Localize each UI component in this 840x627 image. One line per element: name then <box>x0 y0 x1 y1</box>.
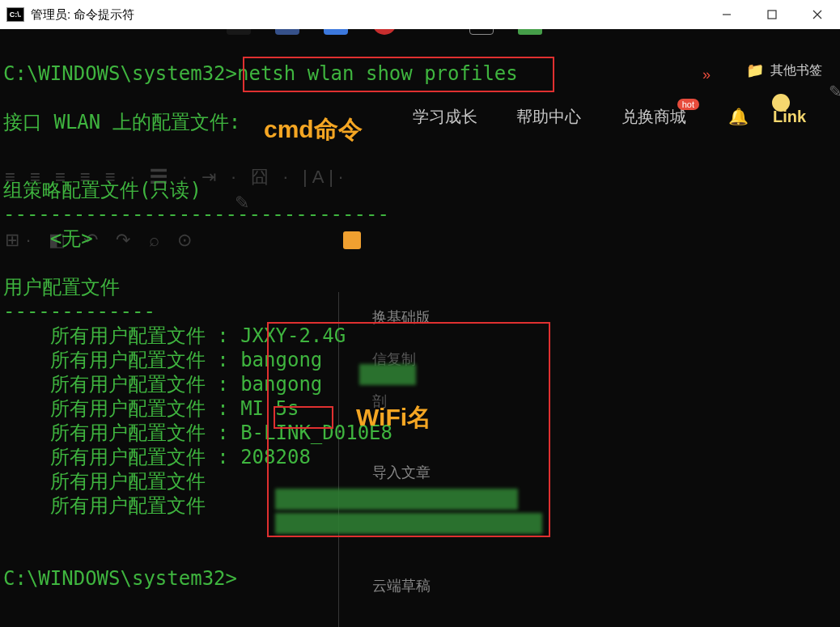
maximize-button[interactable] <box>749 0 795 29</box>
gp-header: 组策略配置文件(只读) <box>0 178 840 202</box>
gp-none: <无> <box>0 227 840 251</box>
profile-row: 所有用户配置文件 : JXXY-2.4G <box>0 324 840 348</box>
profile-row: 所有用户配置文件 : B-LINK_D010E8 <box>0 421 840 445</box>
minimize-button[interactable] <box>704 0 749 29</box>
interface-line: 接口 WLAN 上的配置文件: <box>0 110 840 134</box>
window-title: 管理员: 命令提示符 <box>31 7 134 23</box>
close-button[interactable] <box>795 0 840 29</box>
profile-row: 所有用户配置文件 : 208208 <box>0 445 840 469</box>
terminal-output[interactable]: C:\WINDOWS\system32>netsh wlan show prof… <box>0 45 840 627</box>
prompt-line-2: C:\WINDOWS\system32> <box>0 566 840 591</box>
user-header: 用户配置文件 <box>0 275 840 299</box>
prompt-line: C:\WINDOWS\system32>netsh wlan show prof… <box>0 61 840 86</box>
window-titlebar: C:\. 管理员: 命令提示符 <box>0 0 840 29</box>
profile-row: 所有用户配置文件 : bangong <box>0 372 840 396</box>
censor-block <box>275 513 542 534</box>
censor-block <box>359 364 416 385</box>
user-divider: ------------- <box>0 299 840 324</box>
profile-row: 所有用户配置文件 : bangong <box>0 348 840 372</box>
censor-block <box>275 489 518 510</box>
window-controls <box>704 0 840 29</box>
profile-row: 所有用户配置文件 : MI 5s <box>0 396 840 421</box>
cmd-icon: C:\. <box>6 7 24 22</box>
gp-divider: --------------------------------- <box>0 202 840 227</box>
svg-rect-1 <box>768 11 776 19</box>
